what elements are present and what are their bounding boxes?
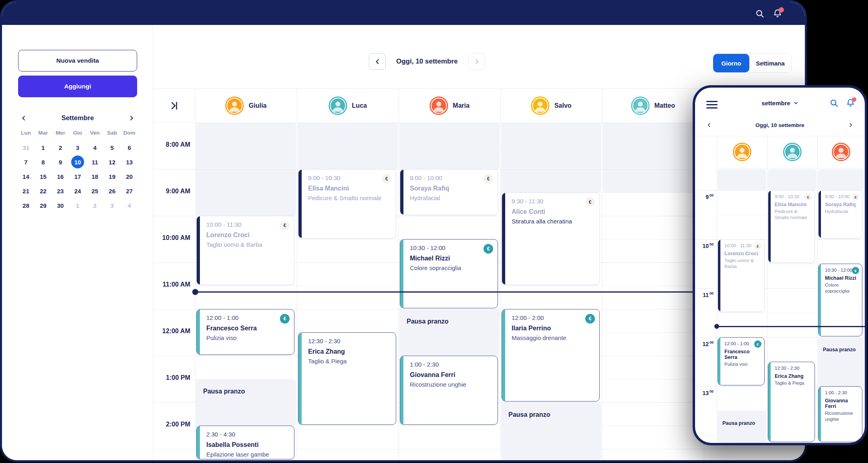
phone-previous-day-button[interactable] [706,122,712,129]
mini-calendar-header: Settembre [17,114,138,122]
mini-calendar-day[interactable]: 7 [17,155,35,169]
appointment-card[interactable]: 1:00 - 2:30Giovanna FerriRicostruzione u… [818,386,862,442]
mini-calendar-day-selected[interactable]: 10 [69,155,86,169]
phone-next-day-button[interactable] [848,122,854,129]
break-block: Pausa pranzo [501,402,601,460]
card-status-bar [502,193,505,285]
appointment-card[interactable]: 9:00 - 10:30Elisa ManciniPedicure & Smal… [298,169,396,238]
mini-calendar-day[interactable]: 17 [69,170,86,183]
card-body: 12:30 - 2:30Erica ZhangTaglio & Piega [302,333,396,424]
phone-staff-column-header-giulia[interactable] [717,138,767,166]
current-time-dot [192,289,198,295]
time-label: 2:00 PM [153,421,195,428]
mini-calendar-day[interactable]: 30 [52,199,69,212]
mini-calendar-day[interactable]: 26 [103,184,121,198]
mini-calendar-day[interactable]: 15 [35,170,52,183]
mini-calendar-next-button[interactable] [128,115,135,121]
mini-calendar-weekday: Mar [35,130,52,136]
phone-month-select[interactable]: settembre [761,100,798,107]
phone-notifications-icon[interactable] [846,98,855,108]
blocked-time [501,123,601,193]
appointment-card[interactable]: 12:00 - 2:00Ilaria PerrinoMassaggio dren… [502,309,600,402]
appointment-card[interactable]: 1:00 - 2:30Giovanna FerriRicostruzione u… [400,356,498,425]
day-view-button[interactable]: Giorno [713,54,749,72]
mini-calendar-day[interactable]: 16 [52,170,69,183]
mini-calendar-day[interactable]: 14 [17,170,35,183]
appointment-card[interactable]: 10:00 - 11:30Lorenzo CrociTaglio uomo & … [718,239,765,312]
break-block: Pausa pranzo [196,379,296,426]
appointment-card[interactable]: 10:30 - 12:00Michael RizziColore sopracc… [818,264,862,336]
mini-calendar-day[interactable]: 5 [103,141,121,154]
appointment-client: Soraya Rafiq [825,202,859,207]
mini-calendar-day[interactable]: 9 [52,155,69,169]
mini-calendar-day[interactable]: 1 [35,141,52,154]
mini-calendar-day[interactable]: 31 [17,141,35,154]
add-button[interactable]: Aggiungi [18,76,137,97]
mini-calendar-day[interactable]: 29 [35,199,52,212]
mini-calendar-day[interactable]: 24 [69,184,86,198]
mini-calendar-day[interactable]: 4 [86,141,103,154]
mini-calendar-day[interactable]: 13 [121,155,138,169]
mini-calendar-day-label: 22 [37,184,49,197]
paid-badge: € [804,193,812,201]
previous-day-button[interactable] [369,53,386,70]
appointment-card[interactable]: 12:30 - 2:30Erica ZhangTaglio & Piega [298,332,396,425]
paid-badge: € [585,314,595,324]
staff-column-header-giulia[interactable]: Giulia [195,88,297,123]
new-sale-button[interactable]: Nuova vendita [18,50,137,72]
appointment-card[interactable]: 9:00 - 10:00Soraya RafiqHydrafacial€ [818,190,862,238]
staff-column-header-matteo[interactable]: Matteo [602,88,704,123]
appointment-client: Francesco Serra [206,325,289,332]
mini-calendar-day[interactable]: 20 [121,170,138,183]
mini-calendar-day[interactable]: 2 [52,141,69,154]
mini-calendar-day[interactable]: 2 [86,199,103,212]
mini-calendar-day[interactable]: 22 [35,184,52,198]
break-label: Pausa pranzo [399,309,500,325]
staff-column-header-maria[interactable]: Maria [399,88,500,123]
appointment-card[interactable]: 10:30 - 12:00Michael RizziColore sopracc… [400,239,498,308]
mini-calendar-day-label: 18 [88,170,101,183]
collapse-columns-button[interactable] [153,88,195,123]
week-view-button[interactable]: Settimana [749,54,791,72]
appointment-service: Pulizia viso [724,361,761,367]
mini-calendar-day[interactable]: 21 [17,184,35,198]
appointment-card[interactable]: 10:00 - 11:30Lorenzo CrociTaglio uomo & … [196,216,294,285]
phone-search-icon[interactable] [829,98,839,108]
mini-calendar-day[interactable]: 25 [86,184,103,198]
mini-calendar-day[interactable]: 23 [52,184,69,198]
mini-calendar-day[interactable]: 28 [17,199,35,212]
phone-break-block: Pausa pranzo [718,411,766,443]
mini-calendar-day[interactable]: 4 [121,199,138,212]
time-label: 1:00 PM [153,374,195,381]
mini-calendar-prev-button[interactable] [21,115,27,121]
appointment-card[interactable]: 2.30 - 4:30Isabella PossentiEpilazione l… [196,426,294,459]
appointment-card[interactable]: 9:00 - 10:00Soraya RafiqHydrafacial€ [400,169,498,215]
mini-calendar-day-label: 9 [54,156,67,168]
appointment-card[interactable]: 9:30 - 11:30Alice ContiStiratura alla ch… [502,193,600,285]
time-label: 8:00 AM [153,141,195,148]
staff-column-header-luca[interactable]: Luca [297,88,399,123]
mini-calendar-day[interactable]: 19 [103,170,121,183]
staff-column-header-salvo[interactable]: Salvo [500,88,602,123]
mini-calendar-day[interactable]: 12 [103,155,121,169]
mini-calendar-day[interactable]: 11 [86,155,103,169]
mini-calendar-day[interactable]: 6 [121,141,138,154]
mini-calendar-day[interactable]: 18 [86,170,103,183]
appointment-card[interactable]: 9:00 - 10:30Elisa ManciniPedicure & Smal… [768,190,815,263]
mini-calendar-day[interactable]: 27 [121,184,138,198]
mini-calendar-day[interactable]: 1 [69,199,86,212]
phone-staff-column-header-luca[interactable] [767,138,817,166]
mini-calendar-day[interactable]: 3 [69,141,86,154]
collapse-icon [169,100,179,111]
appointment-time: 1:00 - 2:30 [410,361,493,368]
next-day-button[interactable] [468,53,485,70]
appointment-card[interactable]: 12:30 - 2:30Erica ZhangTaglio & Piega [768,362,815,442]
menu-icon[interactable] [706,99,718,111]
notifications-icon[interactable] [773,9,782,18]
appointment-card[interactable]: 12:00 - 1:00Francesco SerraPulizia viso€ [718,337,765,385]
mini-calendar-day[interactable]: 3 [103,199,121,212]
mini-calendar-day[interactable]: 8 [35,155,52,169]
search-icon[interactable] [755,9,765,18]
appointment-card[interactable]: 12:00 - 1:00Francesco SerraPulizia viso€ [196,309,294,355]
phone-staff-column-header-maria[interactable] [817,138,865,166]
